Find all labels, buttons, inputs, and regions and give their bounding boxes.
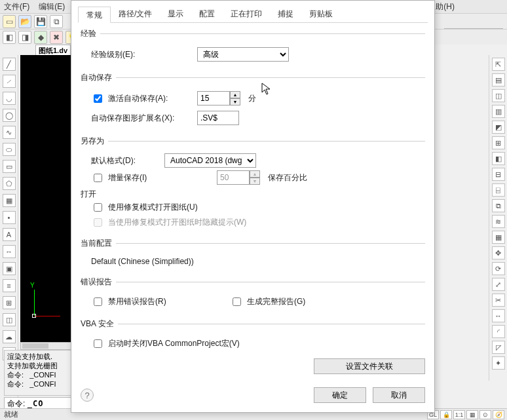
status-lock-icon[interactable]: 🔒 xyxy=(440,410,452,419)
disable-error-report-input[interactable] xyxy=(94,297,102,306)
group-vba-legend: VBA 安全 xyxy=(81,318,118,330)
full-report-input[interactable] xyxy=(233,297,241,306)
menu-edit[interactable]: 编辑(E) xyxy=(39,1,65,12)
incremental-save-input[interactable] xyxy=(94,174,102,182)
layer-icon[interactable]: ≡ xyxy=(3,279,16,292)
saveas-format-select[interactable]: AutoCAD 2018 (dwg) xyxy=(164,153,256,168)
tab-snap[interactable]: 捕捉 xyxy=(270,6,301,22)
array-icon[interactable]: ▦ xyxy=(492,231,505,244)
tab-paths[interactable]: 路径/文件 xyxy=(111,6,160,22)
status-ratio-icon[interactable]: 1:1 xyxy=(453,410,465,419)
autosave-ext-input[interactable] xyxy=(197,111,239,125)
region-icon[interactable]: ◫ xyxy=(3,313,16,326)
autosave-enable-input[interactable] xyxy=(94,94,102,103)
spline-icon[interactable]: ∿ xyxy=(3,126,16,139)
modify-icon-8[interactable]: ⊟ xyxy=(492,168,505,181)
group-experience: 经验 经验级别(E): 高级 xyxy=(81,28,425,67)
vba-disable-checkbox[interactable]: 启动时关闭VBA CommonProject宏(V) xyxy=(91,337,240,350)
autosave-interval-up[interactable]: ▲ xyxy=(230,91,240,98)
line-icon[interactable]: ╱ xyxy=(3,58,16,71)
chamfer-icon[interactable]: ◸ xyxy=(492,341,505,354)
modify-icon-9[interactable]: ⌸ xyxy=(492,183,505,197)
modify-icon-4[interactable]: ▥ xyxy=(492,105,505,118)
ok-button[interactable]: 确定 xyxy=(314,387,366,403)
extend-icon[interactable]: ↔ xyxy=(492,309,505,322)
group-autosave: 自动保存 激活自动保存(A): ▲ ▼ 分 自动保存图形扩展名(X): xyxy=(81,72,425,130)
cancel-button[interactable]: 取消 xyxy=(373,387,425,403)
file-association-button[interactable]: 设置文件关联 xyxy=(314,358,425,374)
tool-icon-4[interactable]: ✖ xyxy=(50,31,63,44)
tool-icon-2[interactable]: ◨ xyxy=(18,31,31,44)
full-report-label: 生成完整报告(G) xyxy=(247,296,305,307)
group-experience-legend: 经验 xyxy=(81,28,100,39)
modify-icon-2[interactable]: ▤ xyxy=(492,73,505,86)
rect-icon[interactable]: ▭ xyxy=(3,160,16,173)
block-icon[interactable]: ▣ xyxy=(3,262,16,275)
status-grid-icon[interactable]: ▦ xyxy=(466,410,478,419)
autosave-ext-label: 自动保存图形扩展名(X): xyxy=(91,113,189,124)
tab-clipboard[interactable]: 剪贴板 xyxy=(301,6,341,22)
scale-icon[interactable]: ⤢ xyxy=(492,278,505,291)
text-icon[interactable]: A xyxy=(3,228,16,241)
canvas-hscroll[interactable] xyxy=(20,342,73,350)
modify-icon-5[interactable]: ◩ xyxy=(492,121,505,134)
tab-general[interactable]: 常规 xyxy=(78,7,111,23)
ellipse-icon[interactable]: ⬭ xyxy=(3,143,16,156)
current-profile-value: Default (Chinese (Simplified)) xyxy=(91,257,194,266)
tab-printing[interactable]: 正在打印 xyxy=(223,6,270,22)
drawing-canvas[interactable] xyxy=(20,55,73,346)
tool-icon-3[interactable]: ◆ xyxy=(34,31,47,44)
open-recover-input[interactable] xyxy=(94,203,102,212)
circle-icon[interactable]: ◯ xyxy=(3,109,16,122)
incremental-save-label: 增量保存(I) xyxy=(108,172,147,183)
hatch-icon[interactable]: ▦ xyxy=(3,194,16,207)
cloud-icon[interactable]: ☁ xyxy=(3,330,16,343)
dim-icon[interactable]: ↔ xyxy=(3,245,16,258)
autosave-interval-unit: 分 xyxy=(248,93,256,104)
modify-icon-3[interactable]: ◫ xyxy=(492,89,505,102)
group-open: 打开 使用修复模式打开图纸(U) 当使用修复模式打开图纸时隐藏提示(W) xyxy=(81,189,425,233)
group-open-legend: 打开 xyxy=(81,189,100,200)
rotate-icon[interactable]: ⟳ xyxy=(492,262,505,275)
help-button[interactable]: ? xyxy=(81,389,94,402)
experience-level-select[interactable]: 高级 xyxy=(197,47,289,62)
disable-error-report-checkbox[interactable]: 禁用错误报告(R) xyxy=(91,296,222,308)
full-report-checkbox[interactable]: 生成完整报告(G) xyxy=(230,296,305,308)
menu-help[interactable]: 助(H) xyxy=(436,1,455,12)
save-icon[interactable]: 💾 xyxy=(34,15,47,28)
menu-file[interactable]: 文件(F) xyxy=(4,1,29,12)
poly-icon[interactable]: ⬠ xyxy=(3,177,16,190)
move-icon[interactable]: ✥ xyxy=(492,246,505,259)
mirror-icon[interactable]: ⧉ xyxy=(492,199,505,212)
arc-icon[interactable]: ◡ xyxy=(3,92,16,105)
group-saveas-legend: 另存为 xyxy=(81,136,108,147)
trim-icon[interactable]: ✂ xyxy=(492,294,505,307)
open-icon[interactable]: 📂 xyxy=(18,15,31,28)
dialog-footer: 设置文件关联 ? 确定 取消 xyxy=(81,378,425,406)
offset-icon[interactable]: ≋ xyxy=(492,215,505,228)
save-percent-down: ▼ xyxy=(250,178,260,185)
disable-error-report-label: 禁用错误报告(R) xyxy=(108,296,166,307)
point-icon[interactable]: • xyxy=(3,211,16,224)
autosave-interval-down[interactable]: ▼ xyxy=(230,98,240,105)
table-icon[interactable]: ⊞ xyxy=(3,296,16,309)
open-recover-checkbox[interactable]: 使用修复模式打开图纸(U) xyxy=(91,201,198,214)
tab-profiles[interactable]: 配置 xyxy=(191,6,223,22)
modify-icon-7[interactable]: ◧ xyxy=(492,152,505,165)
vba-disable-input[interactable] xyxy=(94,339,102,348)
saveall-icon[interactable]: ⧉ xyxy=(50,15,63,28)
autosave-interval-input[interactable] xyxy=(197,91,230,105)
explode-icon[interactable]: ✦ xyxy=(492,356,505,370)
status-snap-icon[interactable]: ⊙ xyxy=(479,410,491,419)
autosave-enable-checkbox[interactable]: 激活自动保存(A): xyxy=(91,92,189,105)
modify-icon-1[interactable]: ⇱ xyxy=(492,58,505,71)
new-icon[interactable]: ▭ xyxy=(3,15,16,28)
fillet-icon[interactable]: ◜ xyxy=(492,325,505,338)
status-compass-icon[interactable]: 🧭 xyxy=(493,410,504,419)
incremental-save-checkbox[interactable]: 增量保存(I) xyxy=(91,172,209,184)
tab-display[interactable]: 显示 xyxy=(160,6,191,22)
open-recover-label: 使用修复模式打开图纸(U) xyxy=(108,202,198,213)
tool-icon-1[interactable]: ◧ xyxy=(3,31,16,44)
polyline-icon[interactable]: ⟋ xyxy=(3,75,16,88)
modify-icon-6[interactable]: ⊞ xyxy=(492,136,505,149)
